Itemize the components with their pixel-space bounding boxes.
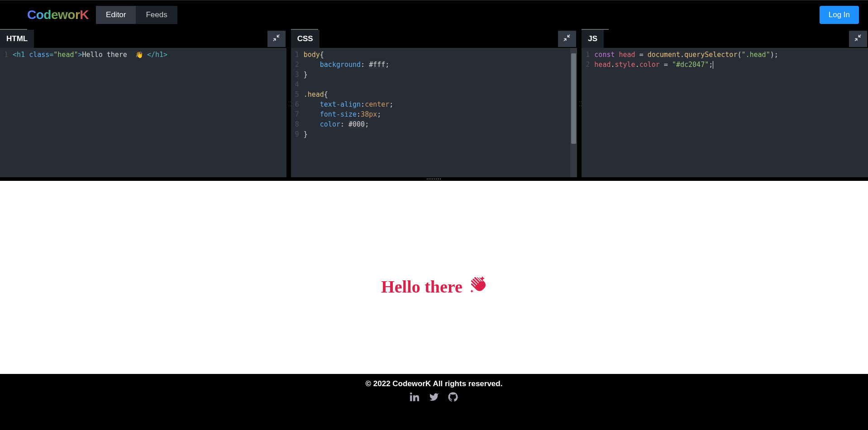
line-number: 7 [291, 109, 304, 119]
code-content[interactable]: background: #fff; [304, 60, 577, 70]
line-number: 9 [291, 129, 304, 139]
editors-row: HTML 1<h1 class="head">Hello there 👋 </h… [0, 30, 868, 177]
compress-icon [272, 34, 281, 44]
linkedin-icon [410, 396, 420, 403]
scrollbar-thumb[interactable] [571, 53, 576, 144]
logo[interactable]: CodeworK [27, 8, 89, 22]
compress-icon [563, 34, 571, 44]
line-number: 6 [291, 99, 304, 109]
tab-editor[interactable]: Editor [96, 6, 136, 24]
nav-tabs: Editor Feeds [96, 6, 177, 24]
pane-js: ⋮⋮ JS 1const head = document.querySelect… [582, 30, 868, 177]
code-line[interactable]: 1<h1 class="head">Hello there 👋 </h1> [0, 50, 286, 60]
code-line[interactable]: 1body{ [291, 50, 577, 60]
waving-hand-icon [469, 275, 487, 298]
pane-html-label: HTML [0, 30, 34, 48]
line-number: 1 [0, 50, 13, 60]
logo-char: d [43, 8, 51, 22]
code-content[interactable]: head.style.color = "#dc2047"; [594, 60, 868, 70]
pane-css-titlebar: CSS [291, 30, 577, 48]
code-line[interactable]: 9} [291, 129, 577, 139]
code-line[interactable]: 2 background: #fff; [291, 60, 577, 70]
app-header: CodeworK Editor Feeds Log In [0, 0, 868, 30]
pane-css-collapse-button[interactable] [558, 31, 576, 47]
github-icon [448, 396, 458, 403]
line-number: 2 [582, 60, 594, 70]
login-button[interactable]: Log In [820, 6, 859, 24]
code-content[interactable]: <h1 class="head">Hello there 👋 </h1> [13, 50, 286, 60]
code-content[interactable]: body{ [304, 50, 577, 60]
preview-heading: Hello there [381, 199, 487, 374]
code-line[interactable]: 1const head = document.querySelector(".h… [582, 50, 868, 60]
code-content[interactable]: } [304, 70, 577, 80]
code-content[interactable]: const head = document.querySelector(".he… [594, 50, 868, 60]
line-number: 1 [291, 50, 304, 60]
code-content[interactable]: .head{ [304, 90, 577, 99]
code-content[interactable]: text-align:center; [304, 99, 577, 109]
pane-css-label: CSS [291, 30, 320, 48]
vertical-resize-handle[interactable]: •••••••• [0, 177, 868, 181]
code-line[interactable]: 6 text-align:center; [291, 99, 577, 109]
code-line[interactable]: 4 [291, 80, 577, 90]
code-content[interactable] [304, 80, 577, 90]
tab-feeds[interactable]: Feeds [136, 6, 177, 24]
twitter-icon [429, 396, 439, 403]
logo-char: w [58, 8, 67, 22]
code-line[interactable]: 2head.style.color = "#dc2047"; [582, 60, 868, 70]
logo-char: r [75, 8, 80, 22]
logo-char: o [67, 8, 75, 22]
pane-html: HTML 1<h1 class="head">Hello there 👋 </h… [0, 30, 286, 177]
line-number: 2 [291, 60, 304, 70]
js-editor[interactable]: 1const head = document.querySelector(".h… [582, 48, 868, 177]
line-number: 5 [291, 90, 304, 99]
github-link[interactable] [448, 392, 458, 404]
pane-html-titlebar: HTML [0, 30, 286, 48]
code-content[interactable]: color: #000; [304, 119, 577, 129]
code-content[interactable]: font-size:38px; [304, 109, 577, 119]
code-line[interactable]: 3} [291, 70, 577, 80]
footer: © 2022 CodeworK All rights reserved. [0, 374, 868, 430]
logo-char: o [36, 8, 44, 22]
pane-js-titlebar: JS [582, 30, 868, 48]
compress-icon [854, 34, 862, 44]
code-line[interactable]: 8 color: #000; [291, 119, 577, 129]
pane-js-label: JS [582, 30, 604, 48]
twitter-link[interactable] [429, 392, 439, 404]
footer-copyright: © 2022 CodeworK All rights reserved. [0, 379, 868, 388]
line-number: 8 [291, 119, 304, 129]
line-number: 3 [291, 70, 304, 80]
pane-css: ⋮⋮ CSS 1body{2 background: #fff;3}45.hea… [291, 30, 577, 177]
logo-char: e [51, 8, 58, 22]
scrollbar[interactable] [570, 48, 577, 177]
pane-html-collapse-button[interactable] [267, 31, 286, 47]
text-cursor [713, 61, 713, 69]
logo-char: K [80, 8, 89, 22]
line-number: 1 [582, 50, 594, 60]
preview-frame: Hello there [0, 181, 868, 374]
pane-js-collapse-button[interactable] [849, 31, 867, 47]
css-editor[interactable]: 1body{2 background: #fff;3}45.head{6 tex… [291, 48, 577, 177]
html-editor[interactable]: 1<h1 class="head">Hello there 👋 </h1> [0, 48, 286, 177]
preview-heading-text: Hello there [381, 277, 463, 297]
linkedin-link[interactable] [410, 392, 420, 404]
code-line[interactable]: 5.head{ [291, 90, 577, 99]
logo-char: C [27, 8, 36, 22]
footer-social [0, 392, 868, 404]
code-content[interactable]: } [304, 129, 577, 139]
line-number: 4 [291, 80, 304, 90]
code-line[interactable]: 7 font-size:38px; [291, 109, 577, 119]
